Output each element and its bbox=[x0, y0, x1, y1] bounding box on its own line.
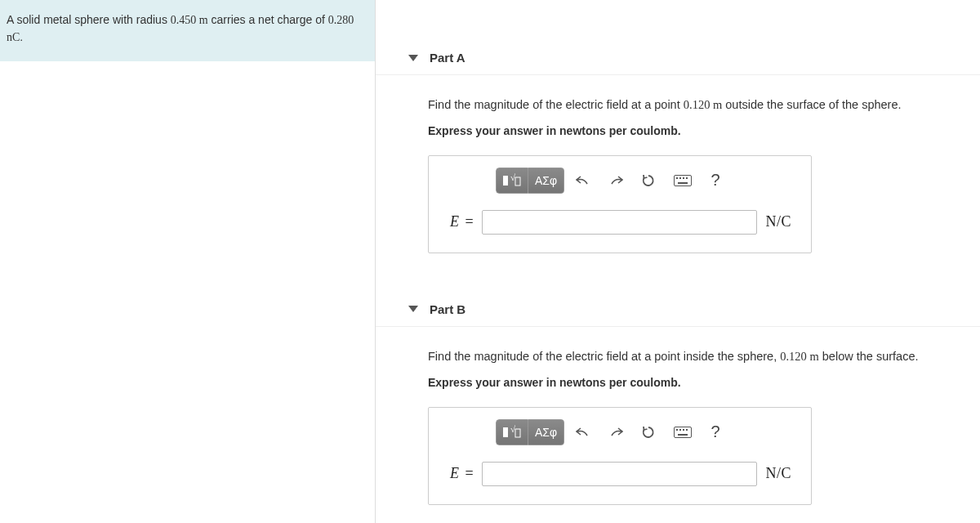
equation-toolbar: √ ΑΣφ ? bbox=[496, 168, 791, 194]
help-button[interactable]: ? bbox=[703, 168, 728, 194]
svg-rect-7 bbox=[686, 177, 688, 179]
svg-rect-6 bbox=[683, 177, 684, 179]
problem-statement: A solid metal sphere with radius 0.450 m… bbox=[0, 0, 375, 61]
undo-button[interactable] bbox=[569, 168, 597, 194]
part-b-header[interactable]: Part B bbox=[376, 293, 980, 327]
part-b: Part B Find the magnitude of the electri… bbox=[376, 293, 980, 513]
redo-button[interactable] bbox=[602, 168, 630, 194]
help-button[interactable]: ? bbox=[703, 419, 728, 445]
answer-input[interactable] bbox=[482, 210, 758, 235]
left-column: A solid metal sphere with radius 0.450 m… bbox=[0, 0, 376, 523]
svg-rect-11 bbox=[515, 429, 520, 437]
svg-rect-14 bbox=[679, 429, 681, 431]
problem-end: . bbox=[20, 30, 23, 43]
caret-down-icon bbox=[408, 55, 418, 61]
svg-rect-2 bbox=[515, 177, 520, 186]
reset-button[interactable] bbox=[635, 168, 662, 194]
part-a: Part A Find the magnitude of the electri… bbox=[376, 41, 980, 293]
reset-button[interactable] bbox=[635, 419, 662, 445]
units-label: N/C bbox=[765, 465, 791, 482]
keyboard-button[interactable] bbox=[667, 419, 698, 445]
svg-rect-0 bbox=[503, 176, 508, 186]
svg-rect-5 bbox=[679, 177, 681, 179]
keyboard-button[interactable] bbox=[667, 168, 698, 194]
part-a-label: Part A bbox=[430, 51, 466, 65]
part-a-answer-box: √ ΑΣφ ? bbox=[428, 155, 812, 253]
part-b-body: Find the magnitude of the electric field… bbox=[376, 327, 980, 513]
symbols-button[interactable]: ΑΣφ bbox=[528, 419, 564, 445]
problem-radius: 0.450 m bbox=[171, 14, 208, 26]
part-b-instruction: Express your answer in newtons per coulo… bbox=[428, 376, 947, 389]
redo-button[interactable] bbox=[602, 419, 630, 445]
part-a-body: Find the magnitude of the electric field… bbox=[376, 75, 980, 293]
problem-mid: carries a net charge of bbox=[208, 13, 328, 26]
answer-input[interactable] bbox=[482, 462, 758, 486]
prompt-after: below the surface. bbox=[819, 350, 919, 363]
problem-text: A solid metal sphere with radius bbox=[7, 13, 171, 26]
part-b-answer-box: √ ΑΣφ ? bbox=[428, 407, 812, 505]
part-b-label: Part B bbox=[430, 302, 466, 316]
svg-rect-15 bbox=[683, 429, 684, 431]
equation-toolbar: √ ΑΣφ ? bbox=[496, 419, 791, 445]
svg-rect-3 bbox=[675, 175, 692, 186]
answer-row: E = N/C bbox=[450, 210, 791, 235]
prompt-value: 0.120 m bbox=[780, 350, 819, 363]
answer-row: E = N/C bbox=[450, 462, 791, 486]
part-a-instruction: Express your answer in newtons per coulo… bbox=[428, 124, 947, 137]
right-column: Part A Find the magnitude of the electri… bbox=[376, 0, 980, 523]
part-a-prompt: Find the magnitude of the electric field… bbox=[428, 96, 947, 114]
prompt-after: outside the surface of the sphere. bbox=[722, 98, 901, 111]
svg-rect-4 bbox=[676, 177, 678, 179]
part-a-header[interactable]: Part A bbox=[376, 41, 980, 75]
svg-rect-17 bbox=[678, 434, 688, 436]
undo-button[interactable] bbox=[569, 419, 597, 445]
templates-button[interactable]: √ bbox=[496, 419, 528, 445]
part-b-prompt: Find the magnitude of the electric field… bbox=[428, 348, 947, 366]
templates-button[interactable]: √ bbox=[496, 168, 528, 194]
units-label: N/C bbox=[765, 213, 791, 230]
prompt-value: 0.120 m bbox=[684, 98, 723, 111]
svg-rect-8 bbox=[678, 182, 688, 184]
svg-rect-16 bbox=[686, 429, 688, 431]
svg-rect-12 bbox=[675, 427, 692, 437]
svg-rect-9 bbox=[503, 427, 508, 437]
svg-rect-13 bbox=[676, 429, 678, 431]
lhs-label: E = bbox=[450, 465, 474, 482]
caret-down-icon bbox=[408, 306, 418, 312]
symbols-button[interactable]: ΑΣφ bbox=[528, 168, 564, 194]
prompt-before: Find the magnitude of the electric field… bbox=[428, 98, 684, 111]
lhs-label: E = bbox=[450, 213, 474, 230]
prompt-before: Find the magnitude of the electric field… bbox=[428, 350, 780, 363]
format-group: √ ΑΣφ bbox=[496, 168, 564, 194]
format-group: √ ΑΣφ bbox=[496, 419, 564, 445]
